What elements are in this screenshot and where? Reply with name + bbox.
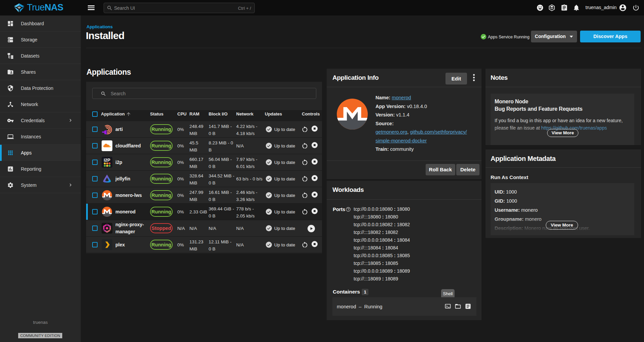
svg-text:I2P: I2P xyxy=(104,158,110,163)
